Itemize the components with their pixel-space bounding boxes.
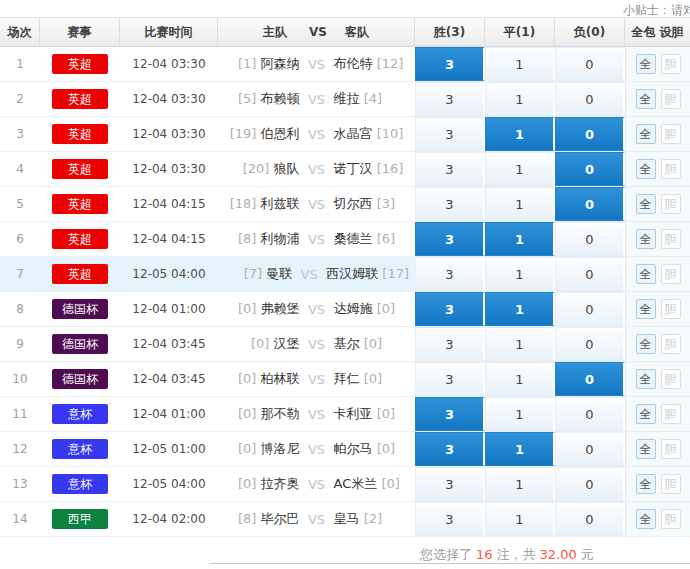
all-pack-button[interactable]: 全 <box>636 159 656 179</box>
draw-option-cell[interactable]: 1 <box>485 397 555 431</box>
all-pack-button[interactable]: 全 <box>636 54 656 74</box>
win-option-cell[interactable]: 3 <box>415 432 485 466</box>
all-pack-button[interactable]: 全 <box>636 404 656 424</box>
all-pack-button[interactable]: 全 <box>636 194 656 214</box>
draw-option-cell[interactable]: 1 <box>485 117 555 151</box>
set-dan-button[interactable]: 胆 <box>661 159 681 179</box>
set-dan-button[interactable]: 胆 <box>661 299 681 319</box>
set-dan-button[interactable]: 胆 <box>661 439 681 459</box>
all-pack-button[interactable]: 全 <box>636 229 656 249</box>
set-dan-button[interactable]: 胆 <box>661 404 681 424</box>
draw-option-cell[interactable]: 1 <box>485 152 555 186</box>
win-option-cell[interactable]: 3 <box>415 292 485 326</box>
win-option-cell[interactable]: 3 <box>415 222 485 256</box>
win-option-cell[interactable]: 3 <box>415 502 485 536</box>
draw-option-cell[interactable]: 1 <box>485 47 555 81</box>
win-option-cell[interactable]: 3 <box>415 327 485 361</box>
away-team: 桑德兰 [6] <box>334 230 410 248</box>
footer-text: 您选择了 <box>420 547 472 562</box>
home-rank: [20] <box>243 161 274 176</box>
away-team: 皇马 [2] <box>334 510 410 528</box>
home-name: 那不勒 <box>261 406 300 421</box>
draw-option-cell[interactable]: 1 <box>485 222 555 256</box>
league-cell: 德国杯 <box>40 362 120 396</box>
match-time: 12-05 01:00 <box>120 432 218 466</box>
set-dan-button[interactable]: 胆 <box>661 89 681 109</box>
vs-label: VS <box>300 197 334 212</box>
home-name: 曼联 <box>266 266 292 281</box>
lose-option-cell[interactable]: 0 <box>555 117 625 151</box>
win-option-cell[interactable]: 3 <box>415 117 485 151</box>
away-rank: [3] <box>377 196 395 211</box>
away-name: 布伦特 <box>334 56 377 71</box>
all-pack-button[interactable]: 全 <box>636 264 656 284</box>
league-cell: 英超 <box>40 152 120 186</box>
total-amount: 32.00 <box>540 547 577 562</box>
match-time: 12-04 04:15 <box>120 222 218 256</box>
set-dan-button[interactable]: 胆 <box>661 54 681 74</box>
win-option-cell[interactable]: 3 <box>415 47 485 81</box>
set-dan-button[interactable]: 胆 <box>661 124 681 144</box>
draw-option-cell[interactable]: 1 <box>485 502 555 536</box>
draw-option-cell[interactable]: 1 <box>485 432 555 466</box>
all-pack-button[interactable]: 全 <box>636 439 656 459</box>
set-dan-button[interactable]: 胆 <box>661 474 681 494</box>
lose-option-cell[interactable]: 0 <box>555 47 625 81</box>
draw-option-cell[interactable]: 1 <box>485 327 555 361</box>
lose-option-cell[interactable]: 0 <box>555 467 625 501</box>
all-pack-button[interactable]: 全 <box>636 474 656 494</box>
lose-option-cell[interactable]: 0 <box>555 362 625 396</box>
draw-option-cell[interactable]: 1 <box>485 292 555 326</box>
draw-option-cell[interactable]: 1 <box>485 82 555 116</box>
draw-option-cell[interactable]: 1 <box>485 257 555 291</box>
away-team: 维拉 [4] <box>334 90 410 108</box>
lose-option-cell[interactable]: 0 <box>555 502 625 536</box>
win-option-cell[interactable]: 3 <box>415 152 485 186</box>
draw-option-cell[interactable]: 1 <box>485 187 555 221</box>
set-dan-button[interactable]: 胆 <box>661 264 681 284</box>
teams-cell: [1] 阿森纳VS布伦特 [12] <box>218 47 415 81</box>
home-team: [1] 阿森纳 <box>224 55 300 73</box>
home-team: [20] 狼队 <box>224 160 300 178</box>
set-dan-button[interactable]: 胆 <box>661 334 681 354</box>
draw-option-cell[interactable]: 1 <box>485 467 555 501</box>
session-number: 8 <box>0 292 40 326</box>
all-pack-button[interactable]: 全 <box>636 509 656 529</box>
lose-option-cell[interactable]: 0 <box>555 432 625 466</box>
set-dan-button[interactable]: 胆 <box>661 194 681 214</box>
lose-option-cell[interactable]: 0 <box>555 222 625 256</box>
lose-option-cell[interactable]: 0 <box>555 327 625 361</box>
session-number: 2 <box>0 82 40 116</box>
all-pack-button[interactable]: 全 <box>636 369 656 389</box>
session-number: 10 <box>0 362 40 396</box>
win-option-cell[interactable]: 3 <box>415 467 485 501</box>
set-dan-button[interactable]: 胆 <box>661 229 681 249</box>
lose-option-cell[interactable]: 0 <box>555 257 625 291</box>
set-dan-button[interactable]: 胆 <box>661 509 681 529</box>
lose-option-cell[interactable]: 0 <box>555 82 625 116</box>
all-pack-button[interactable]: 全 <box>636 334 656 354</box>
lose-option-cell[interactable]: 0 <box>555 152 625 186</box>
lose-option-cell[interactable]: 0 <box>555 397 625 431</box>
match-time: 12-04 03:30 <box>120 152 218 186</box>
league-cell: 德国杯 <box>40 292 120 326</box>
win-option-cell[interactable]: 3 <box>415 187 485 221</box>
all-pack-button[interactable]: 全 <box>636 89 656 109</box>
teams-cell: [0] 弗赖堡VS达姆施 [0] <box>218 292 415 326</box>
draw-option-cell[interactable]: 1 <box>485 362 555 396</box>
win-option-cell[interactable]: 3 <box>415 362 485 396</box>
header-set-dan: 设胆 <box>660 24 684 41</box>
away-team: 卡利亚 [0] <box>334 405 410 423</box>
home-rank: [1] <box>238 56 261 71</box>
all-pack-button[interactable]: 全 <box>636 124 656 144</box>
lose-option-cell[interactable]: 0 <box>555 187 625 221</box>
win-option-cell[interactable]: 3 <box>415 397 485 431</box>
set-dan-button[interactable]: 胆 <box>661 369 681 389</box>
win-option-cell[interactable]: 3 <box>415 82 485 116</box>
lose-option-cell[interactable]: 0 <box>555 292 625 326</box>
row-actions: 全胆 <box>625 432 690 466</box>
win-option-cell[interactable]: 3 <box>415 257 485 291</box>
all-pack-button[interactable]: 全 <box>636 299 656 319</box>
home-name: 阿森纳 <box>261 56 300 71</box>
away-rank: [16] <box>377 161 404 176</box>
